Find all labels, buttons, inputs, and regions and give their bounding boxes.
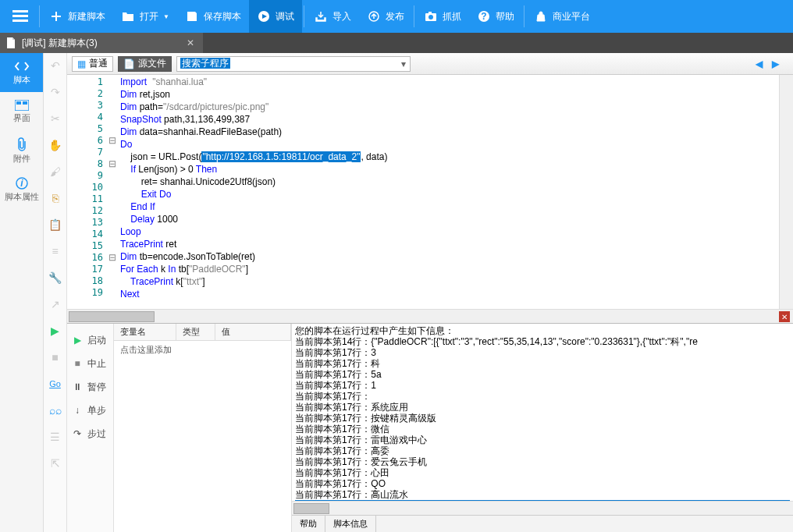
vtool-hand[interactable]: ✋ [48,137,63,153]
code-editor[interactable]: 12345678910111213141516171819 ⊟⊟ ⊟ Impor… [67,75,793,309]
debug-start-button[interactable]: ▶启动 [67,328,113,352]
menu-button[interactable] [3,0,37,33]
svg-rect-1 [12,15,28,17]
vtool-list[interactable]: ☰ [48,429,63,445]
view-normal-button[interactable]: ▦ 普通 [72,56,113,72]
vertical-toolbar: ↶ ↷ ✂ ✋ 🖌 ⎘ 📋 ≡ 🔧 ↗ ▶ ■ Go ⌕⌕ ☰ ⇱ [44,53,67,532]
output-horizontal-scrollbar[interactable] [292,501,793,515]
var-col-name: 变量名 [114,324,176,340]
svg-text:?: ? [481,11,486,22]
vtool-start[interactable]: ▶ [48,323,63,339]
tab-bar: [调试] 新建脚本(3) ✕ [0,33,793,53]
sidebar-tab-script[interactable]: 脚本 [0,53,43,92]
vtool-go[interactable]: Go [48,376,63,392]
doc-icon: 📄 [123,59,135,69]
grab-button[interactable]: 抓抓 [416,0,469,33]
attach-icon [16,137,27,151]
editor-area: ▦ 普通 📄 源文件 搜索子程序 ▾ ◀ ▶ 12345678910111213… [67,53,793,532]
debug-stepover-button[interactable]: ↷步过 [67,422,113,445]
svg-rect-12 [23,101,27,105]
var-add-row[interactable]: 点击这里添加 [114,341,291,532]
view-normal-label: 普通 [89,57,108,70]
help-button[interactable]: ? 帮助 [469,0,522,33]
camera-icon [424,9,438,23]
new-script-label: 新建脚本 [68,10,105,23]
sidebar-attach-label: 附件 [13,153,30,165]
save-script-button[interactable]: 保存脚本 [177,0,249,33]
grid-icon: ▦ [77,59,86,69]
editor-horizontal-scrollbar[interactable] [67,309,793,323]
info-icon: i [16,177,28,190]
close-icon[interactable]: ✕ [184,37,197,49]
save-icon [185,9,199,23]
open-button[interactable]: 打开 ▼ [113,0,177,33]
dropdown-arrow-icon[interactable]: ▾ [401,59,406,69]
vtool-format[interactable]: ≡ [48,243,63,259]
sidebar-tab-props[interactable]: i 脚本属性 [0,170,43,209]
debug-controls: ▶启动 ■中止 ⏸暂停 ↓单步 ↷步过 [67,324,114,532]
var-header: 变量名 类型 值 [114,324,291,341]
stepover-icon: ↷ [72,428,83,439]
bag-icon [534,9,548,23]
sidebar-script-label: 脚本 [13,74,30,86]
grab-label: 抓抓 [443,10,461,23]
output-tab-help[interactable]: 帮助 [292,516,325,532]
vtool-brush[interactable]: 🖌 [48,164,63,179]
sidebar-tab-ui[interactable]: 界面 [0,92,43,131]
output-text[interactable]: 您的脚本在运行过程中产生如下信息： 当前脚本第14行：{"PaddleOCR":… [292,324,793,501]
svg-rect-7 [429,12,432,14]
publish-button[interactable]: 发布 [359,0,412,33]
left-sidebar: 脚本 界面 附件 i 脚本属性 [0,53,44,532]
vtool-export[interactable]: ⇱ [48,456,63,471]
svg-point-6 [429,15,433,20]
stop-icon: ■ [72,358,83,369]
debug-pause-button[interactable]: ⏸暂停 [67,375,113,399]
document-tab[interactable]: [调试] 新建脚本(3) ✕ [0,33,203,53]
variables-panel: 变量名 类型 值 点击这里添加 [114,324,292,532]
ui-icon [15,100,29,111]
svg-rect-0 [12,10,28,12]
code-icon [14,60,30,73]
svg-text:i: i [20,178,23,189]
new-script-button[interactable]: 新建脚本 [41,0,113,33]
nav-next-icon[interactable]: ▶ [772,59,779,69]
vtool-arrow[interactable]: ↗ [48,296,63,312]
editor-header: ▦ 普通 📄 源文件 搜索子程序 ▾ ◀ ▶ [67,53,793,75]
sidebar-props-label: 脚本属性 [5,191,39,203]
save-label: 保存脚本 [204,10,241,23]
search-subroutine-input[interactable]: 搜索子程序 [176,56,411,72]
pause-icon: ⏸ [72,381,83,392]
import-button[interactable]: 导入 [306,0,359,33]
svg-rect-2 [12,20,28,22]
vtool-cut[interactable]: ✂ [48,111,63,126]
vtool-stop[interactable]: ■ [48,349,63,365]
debug-button[interactable]: 调试 [249,0,302,33]
vtool-copy[interactable]: ⎘ [48,190,63,206]
vtool-redo[interactable]: ↷ [48,84,63,100]
output-tab-scriptinfo[interactable]: 脚本信息 [325,516,376,532]
editor-vertical-scrollbar[interactable] [779,75,793,309]
view-source-button[interactable]: 📄 源文件 [118,56,172,72]
biz-platform-button[interactable]: 商业平台 [526,0,598,33]
output-tabs: 帮助 脚本信息 [292,515,793,532]
code-content[interactable]: Import "shanhai.lua" Dim ret,json Dim pa… [117,75,779,309]
vtool-paste[interactable]: 📋 [48,217,63,232]
vtool-wrench[interactable]: 🔧 [48,270,63,286]
sidebar-tab-attach[interactable]: 附件 [0,131,43,170]
nav-prev-icon[interactable]: ◀ [756,59,763,69]
biz-label: 商业平台 [553,10,590,23]
help-label: 帮助 [496,10,514,23]
fold-column[interactable]: ⊟⊟ ⊟ [108,75,117,309]
top-toolbar: 新建脚本 打开 ▼ 保存脚本 调试 导入 发布 抓抓 ? 帮助 商业平台 [0,0,793,33]
debug-step-button[interactable]: ↓单步 [67,399,113,422]
view-source-label: 源文件 [138,57,166,70]
vtool-search[interactable]: ⌕⌕ [48,403,63,418]
debug-stop-button[interactable]: ■中止 [67,352,113,375]
vtool-undo[interactable]: ↶ [48,58,63,73]
play-icon [257,9,271,23]
panel-close-icon[interactable]: ✕ [779,311,790,322]
menu-icon [12,10,28,23]
line-gutter: 12345678910111213141516171819 [67,75,108,309]
output-panel: 您的脚本在运行过程中产生如下信息： 当前脚本第14行：{"PaddleOCR":… [292,324,793,532]
folder-icon [121,9,135,23]
